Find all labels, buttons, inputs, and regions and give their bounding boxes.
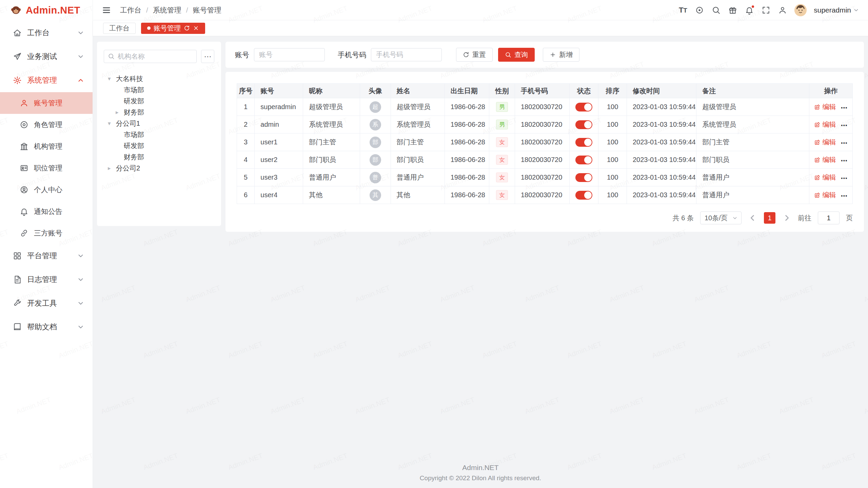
tab-account-management[interactable]: 账号管理 — [141, 23, 205, 34]
cell-account: user4 — [255, 186, 303, 204]
sidebar-item-system-management[interactable]: 系统管理 — [0, 68, 93, 92]
tree-caret-open-icon[interactable]: ▾ — [108, 120, 116, 127]
user-menu[interactable]: superadmin — [814, 6, 859, 14]
page-size-select[interactable]: 10条/页 — [700, 211, 742, 224]
sidebar-item-log-management[interactable]: 日志管理 — [0, 268, 93, 291]
chevron-down-icon — [732, 215, 738, 221]
more-actions-button[interactable]: ⋯ — [841, 139, 848, 147]
tree-node[interactable]: 研发部 — [104, 140, 214, 151]
link-icon — [20, 229, 28, 238]
sidebar-item-label: 开发工具 — [27, 298, 77, 308]
status-toggle[interactable] — [575, 120, 592, 129]
user-icon[interactable] — [778, 5, 787, 15]
app-logo[interactable]: Admin.NET — [0, 0, 93, 20]
more-actions-button[interactable]: ⋯ — [841, 192, 848, 200]
breadcrumb-item[interactable]: 系统管理 — [153, 5, 181, 15]
tree-node[interactable]: ▾分公司1 — [104, 118, 214, 129]
edit-button[interactable]: 编辑 — [814, 120, 836, 129]
sidebar-item-org-management[interactable]: 机构管理 — [0, 136, 93, 157]
search-icon[interactable] — [711, 5, 721, 15]
sidebar-item-notice-announcement[interactable]: 通知公告 — [0, 201, 93, 222]
edit-button[interactable]: 编辑 — [814, 102, 836, 111]
chevron-down-icon — [77, 323, 84, 331]
status-toggle[interactable] — [575, 156, 592, 164]
more-actions-button[interactable]: ⋯ — [841, 122, 848, 129]
bell-icon[interactable] — [745, 5, 754, 15]
sidebar-item-account-management[interactable]: 账号管理 — [0, 92, 93, 114]
sidebar-item-workbench[interactable]: 工作台 — [0, 21, 93, 45]
breadcrumb-item[interactable]: 工作台 — [120, 5, 141, 15]
table-row: 5user3普通用户普普通用户1986-06-28女18020030720100… — [237, 169, 853, 186]
font-size-icon[interactable]: TT — [678, 5, 688, 15]
avatar[interactable] — [794, 4, 807, 16]
sidebar-item-personal-center[interactable]: 个人中心 — [0, 179, 93, 201]
phone-input[interactable] — [371, 48, 442, 61]
edit-button[interactable]: 编辑 — [814, 155, 836, 164]
cell-avatar: 部 — [360, 134, 391, 151]
close-icon[interactable] — [193, 25, 199, 31]
cell-sort: 100 — [598, 116, 627, 134]
cell-modified-time: 2023-01-03 10:59:44 — [627, 186, 696, 204]
tree-caret-closed-icon[interactable]: ▸ — [108, 165, 116, 172]
sidebar-item-label: 三方账号 — [34, 228, 84, 238]
org-search-input[interactable] — [104, 50, 197, 63]
more-actions-button[interactable]: ⋯ — [841, 175, 848, 182]
toggle-knob — [584, 174, 592, 181]
sidebar-item-role-management[interactable]: 角色管理 — [0, 114, 93, 136]
query-button[interactable]: 查询 — [498, 48, 535, 62]
tree-node[interactable]: 市场部 — [104, 84, 214, 96]
reset-button[interactable]: 重置 — [456, 48, 493, 62]
tree-node[interactable]: ▸分公司2 — [104, 163, 214, 174]
account-input[interactable] — [254, 48, 325, 61]
next-page-button[interactable] — [782, 213, 791, 223]
edit-button[interactable]: 编辑 — [814, 138, 836, 147]
add-button[interactable]: 新增 — [543, 48, 579, 62]
prev-page-button[interactable] — [748, 213, 757, 223]
filter-bar: 账号 手机号码 重置 查询 — [225, 42, 864, 68]
status-toggle[interactable] — [575, 138, 592, 147]
home-icon — [13, 28, 22, 37]
chevron-down-icon — [77, 300, 84, 307]
edit-button[interactable]: 编辑 — [814, 173, 836, 182]
fullscreen-icon[interactable] — [761, 5, 771, 15]
org-more-button[interactable]: ⋯ — [201, 50, 214, 63]
sidebar-item-label: 帮助文档 — [27, 322, 77, 332]
locate-icon[interactable] — [695, 5, 704, 15]
goto-page-input[interactable] — [818, 211, 840, 224]
notification-badge — [751, 5, 755, 8]
edit-icon — [814, 139, 821, 145]
tree-node-label: 大名科技 — [116, 74, 143, 83]
cell-modified-time: 2023-01-03 10:59:44 — [627, 134, 696, 151]
tree-node[interactable]: 财务部 — [104, 151, 214, 163]
sidebar-item-help-docs[interactable]: 帮助文档 — [0, 315, 93, 339]
avatar: 部 — [370, 154, 381, 166]
status-toggle[interactable] — [575, 103, 592, 111]
sidebar-item-business-test[interactable]: 业务测试 — [0, 45, 93, 68]
cell-operations: 编辑⋯ — [809, 151, 853, 169]
tree-node[interactable]: 市场部 — [104, 129, 214, 140]
tree-node[interactable]: ▾大名科技 — [104, 73, 214, 84]
cell-status — [569, 98, 598, 116]
tree-node[interactable]: 研发部 — [104, 96, 214, 107]
chevron-down-icon — [853, 7, 859, 13]
menu-collapse-icon[interactable] — [102, 5, 111, 15]
account-label: 账号 — [235, 50, 249, 60]
tab-workbench[interactable]: 工作台 — [103, 23, 136, 34]
cell-index: 6 — [237, 186, 255, 204]
status-toggle[interactable] — [575, 191, 592, 200]
sidebar-item-dev-tools[interactable]: 开发工具 — [0, 291, 93, 315]
more-actions-button[interactable]: ⋯ — [841, 104, 848, 111]
tree-caret-closed-icon[interactable]: ▸ — [116, 109, 124, 116]
tree-node[interactable]: ▸财务部 — [104, 107, 214, 118]
sidebar-item-platform-management[interactable]: 平台管理 — [0, 244, 93, 268]
sidebar-item-position-management[interactable]: 职位管理 — [0, 157, 93, 179]
refresh-icon[interactable] — [184, 25, 190, 31]
tree-caret-open-icon[interactable]: ▾ — [108, 75, 116, 82]
sidebar-item-third-party-account[interactable]: 三方账号 — [0, 222, 93, 244]
status-toggle[interactable] — [575, 173, 592, 182]
edit-button[interactable]: 编辑 — [814, 190, 836, 200]
page-number-button[interactable]: 1 — [764, 212, 775, 224]
table-row: 6user4其他其其他1986-06-28女180200307201002023… — [237, 186, 853, 204]
theme-icon[interactable] — [728, 5, 737, 15]
more-actions-button[interactable]: ⋯ — [841, 157, 848, 164]
